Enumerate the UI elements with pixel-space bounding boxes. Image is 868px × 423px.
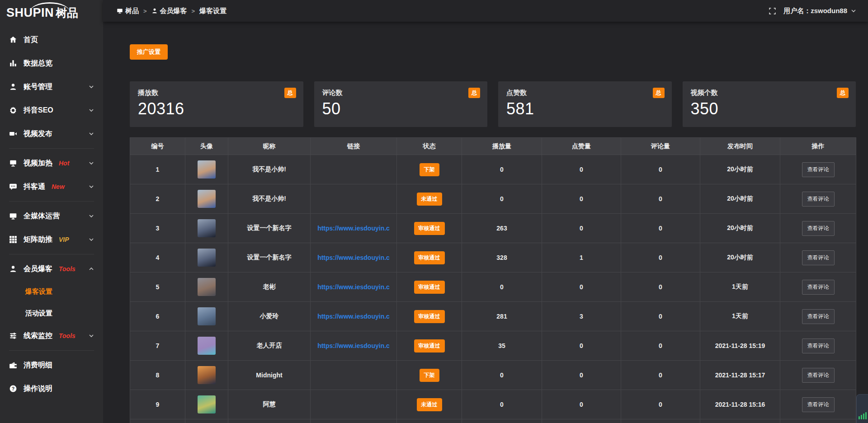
chevron-down-icon: [89, 108, 94, 113]
table-row: 3设置一个新名字https://www.iesdouyin.c审核通过26300…: [130, 214, 856, 243]
column-header: 发布时间: [700, 138, 780, 155]
avatar: [198, 249, 216, 267]
logo-arc-decoration: [30, 2, 70, 12]
sidebar-item[interactable]: 数据总览: [0, 52, 103, 75]
cell-action: 查看评论: [780, 390, 856, 419]
view-comments-button[interactable]: 查看评论: [802, 309, 835, 324]
cell-comments: 0: [621, 155, 700, 184]
sidebar-item[interactable]: 账号管理: [0, 75, 103, 99]
chat-icon: [9, 183, 17, 191]
status-badge: 下架: [420, 369, 439, 382]
breadcrumb-item[interactable]: 树品: [117, 7, 139, 15]
sidebar-item[interactable]: 会员爆客Tools: [0, 257, 103, 281]
cell-status: 审核通过: [397, 243, 462, 273]
cell-comments: [621, 419, 700, 423]
stat-card: 评论数总50: [314, 81, 488, 127]
breadcrumb-item[interactable]: 会员爆客: [151, 7, 187, 15]
cell-action: 查看评论: [780, 273, 856, 302]
cell-plays: 0: [462, 155, 542, 184]
view-comments-button[interactable]: 查看评论: [802, 397, 835, 412]
cell-time: [700, 419, 780, 423]
view-comments-button[interactable]: 查看评论: [802, 192, 835, 207]
cell-plays: 35: [462, 331, 542, 361]
sidebar-item-tag: VIP: [59, 236, 69, 243]
video-link[interactable]: https://www.iesdouyin.c: [317, 225, 390, 232]
cell-time: 20小时前: [700, 155, 780, 184]
username[interactable]: 用户名：zswodun88: [783, 7, 847, 15]
sidebar-item[interactable]: 线索监控Tools: [0, 324, 103, 348]
cell-likes: [542, 419, 621, 423]
cell-nickname: 阿慧: [228, 390, 311, 419]
cell-nickname: 设置一个新名字: [228, 214, 311, 243]
avatar: [198, 219, 216, 237]
avatar: [198, 337, 216, 355]
column-header: 点赞量: [542, 138, 621, 155]
screen-icon: [9, 159, 17, 167]
cell-avatar: [185, 214, 228, 243]
sidebar-subitem[interactable]: 活动设置: [0, 302, 103, 324]
sidebar-item-label: 账号管理: [24, 82, 52, 92]
sidebar-item[interactable]: 矩阵助推VIP: [0, 228, 103, 251]
sidebar-item[interactable]: 抖音SEO: [0, 99, 103, 122]
home-icon: [9, 36, 17, 44]
breadcrumb-label: 会员爆客: [160, 7, 187, 15]
sidebar-subitem[interactable]: 爆客设置: [0, 281, 103, 302]
video-link[interactable]: https://www.iesdouyin.c: [317, 313, 390, 320]
cell-likes: 0: [542, 155, 621, 184]
view-comments-button[interactable]: 查看评论: [802, 368, 835, 383]
fullscreen-icon[interactable]: [769, 7, 776, 15]
sliders-icon: [9, 332, 17, 340]
cell-likes: 0: [542, 184, 621, 214]
chevron-down-icon: [89, 84, 94, 89]
view-comments-button[interactable]: 查看评论: [802, 221, 835, 236]
cell-status: 审核通过: [397, 302, 462, 331]
cell-link: https://www.iesdouyin.c: [311, 302, 397, 331]
menu-divider: [9, 148, 94, 149]
view-comments-button[interactable]: 查看评论: [802, 280, 835, 295]
view-comments-button[interactable]: 查看评论: [802, 250, 835, 265]
cell-plays: 0: [462, 184, 542, 214]
table-body: 1我不是小帅!下架00020小时前查看评论2我不是小帅!未通过00020小时前查…: [130, 155, 856, 423]
view-comments-button[interactable]: 查看评论: [802, 162, 835, 177]
table-row: 5老彬https://www.iesdouyin.c审核通过0001天前查看评论: [130, 273, 856, 302]
stat-card: 点赞数总581: [498, 81, 672, 127]
cell-comments: 0: [621, 184, 700, 214]
sidebar-item[interactable]: 全媒体运营: [0, 204, 103, 228]
cell-plays: 0: [462, 361, 542, 390]
sidebar-item-label: 首页: [24, 35, 38, 45]
sidebar-item[interactable]: 首页: [0, 28, 103, 52]
help-icon: ?: [9, 385, 17, 393]
cell-action: 查看评论: [780, 184, 856, 214]
video-link[interactable]: https://www.iesdouyin.c: [317, 342, 390, 349]
view-comments-button[interactable]: 查看评论: [802, 338, 835, 353]
sidebar-item[interactable]: 抖客通New: [0, 175, 103, 198]
cell-plays: 328: [462, 243, 542, 273]
table-row: [130, 419, 856, 423]
stat-card-value: 50: [322, 99, 480, 118]
video-icon: [9, 130, 17, 138]
cell-link: [311, 361, 397, 390]
cell-action: 查看评论: [780, 361, 856, 390]
sidebar-item[interactable]: ?操作说明: [0, 377, 103, 400]
promo-settings-button[interactable]: 推广设置: [130, 44, 168, 60]
sidebar-item[interactable]: 视频加热Hot: [0, 151, 103, 175]
monitor-icon: [117, 8, 123, 14]
sidebar-item[interactable]: 消费明细: [0, 353, 103, 377]
sidebar-item-label: 数据总览: [24, 59, 52, 68]
app-window: SHUPIN树品 首页数据总览账号管理抖音SEO视频发布视频加热Hot抖客通Ne…: [0, 0, 868, 423]
cell-nickname: 小爱玲: [228, 302, 311, 331]
cell-link: https://www.iesdouyin.c: [311, 331, 397, 361]
member-icon: [9, 265, 17, 273]
video-link[interactable]: https://www.iesdouyin.c: [317, 283, 390, 291]
cell-link: https://www.iesdouyin.c: [311, 243, 397, 273]
cell-avatar: [185, 302, 228, 331]
floating-widget[interactable]: [856, 394, 868, 423]
avatar: [198, 190, 216, 208]
video-link[interactable]: https://www.iesdouyin.c: [317, 254, 390, 261]
sidebar-item-tag: New: [52, 183, 65, 190]
cell-row-number: 6: [130, 302, 185, 331]
sidebar-item[interactable]: 视频发布: [0, 122, 103, 146]
cell-comments: 0: [621, 302, 700, 331]
table-row: 2我不是小帅!未通过00020小时前查看评论: [130, 184, 856, 214]
status-badge: 审核通过: [414, 339, 445, 352]
